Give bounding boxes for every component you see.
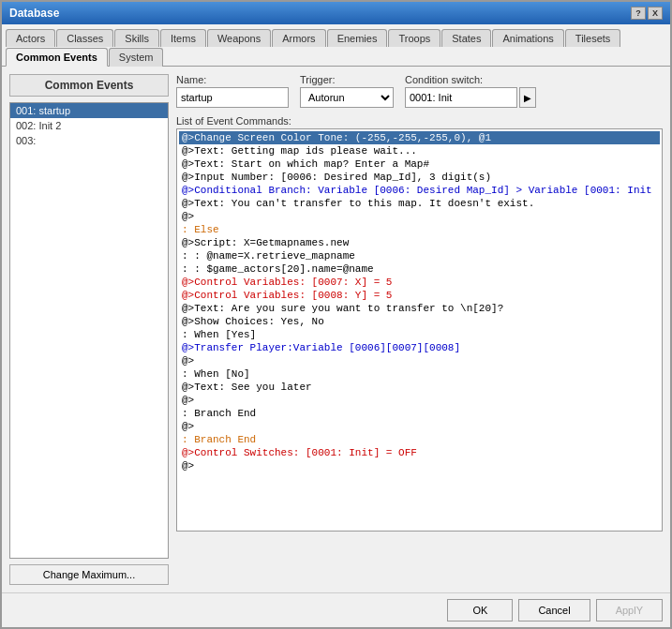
condition-switch-group: ▶ bbox=[405, 87, 536, 108]
form-row: Name: Trigger: NoneAutorunParallel Condi… bbox=[176, 74, 663, 108]
event-line[interactable]: @>Control Variables: [0007: X] = 5 bbox=[179, 276, 660, 289]
tab-tilesets[interactable]: Tilesets bbox=[565, 29, 621, 47]
event-line[interactable]: : When [No] bbox=[179, 367, 660, 381]
tab-weapons[interactable]: Weapons bbox=[207, 29, 271, 47]
tab-actors[interactable]: Actors bbox=[6, 29, 55, 47]
title-bar: Database ? X bbox=[2, 2, 670, 24]
event-line[interactable]: @> bbox=[179, 210, 660, 223]
event-line[interactable]: @> bbox=[179, 420, 660, 433]
cancel-button[interactable]: Cancel bbox=[518, 599, 590, 622]
event-list-label: List of Event Commands: bbox=[176, 115, 663, 127]
right-panel: Name: Trigger: NoneAutorunParallel Condi… bbox=[176, 74, 663, 585]
trigger-select[interactable]: NoneAutorunParallel bbox=[300, 87, 394, 108]
tabs-container: ActorsClassesSkillsItemsWeaponsArmorsEne… bbox=[2, 24, 670, 67]
event-line[interactable]: @>Text: Are you sure you want to transfe… bbox=[179, 302, 660, 315]
database-window: Database ? X ActorsClassesSkillsItemsWea… bbox=[0, 0, 672, 629]
list-item-003[interactable]: 003: bbox=[10, 133, 168, 148]
name-group: Name: bbox=[176, 74, 289, 108]
tab-troops[interactable]: Troops bbox=[388, 29, 441, 47]
condition-expand-button[interactable]: ▶ bbox=[519, 87, 536, 108]
event-line[interactable]: @>Control Switches: [0001: Init] = OFF bbox=[179, 446, 660, 459]
event-line[interactable]: @>Change Screen Color Tone: (-255,-255,-… bbox=[179, 131, 660, 144]
event-line[interactable]: @>Control Variables: [0008: Y] = 5 bbox=[179, 289, 660, 302]
name-label: Name: bbox=[176, 74, 289, 85]
tab-skills[interactable]: Skills bbox=[114, 29, 159, 47]
condition-group: Condition switch: ▶ bbox=[405, 74, 536, 108]
event-line[interactable]: @>Text: Start on which map? Enter a Map# bbox=[179, 157, 660, 171]
list-item-001[interactable]: 001: startup bbox=[10, 103, 168, 118]
event-line[interactable]: : Branch End bbox=[179, 407, 660, 420]
event-line[interactable]: @> bbox=[179, 354, 660, 367]
help-button[interactable]: ? bbox=[631, 7, 646, 20]
event-line[interactable]: @>Show Choices: Yes, No bbox=[179, 315, 660, 328]
tab-system[interactable]: System bbox=[109, 48, 164, 67]
change-maximum-button[interactable]: Change Maximum... bbox=[9, 564, 169, 585]
left-panel-title: Common Events bbox=[9, 74, 169, 97]
tab-common_events[interactable]: Common Events bbox=[6, 48, 108, 67]
event-list-section: List of Event Commands: @>Change Screen … bbox=[176, 115, 663, 532]
event-line[interactable]: : When [Yes] bbox=[179, 328, 660, 341]
trigger-group: Trigger: NoneAutorunParallel bbox=[300, 74, 394, 108]
title-bar-buttons: ? X bbox=[631, 7, 663, 20]
condition-input[interactable] bbox=[405, 87, 517, 108]
trigger-label: Trigger: bbox=[300, 74, 394, 85]
content-area: Common Events 001: startup002: Init 2003… bbox=[2, 67, 670, 592]
event-line[interactable]: : : @name=X.retrieve_mapname bbox=[179, 249, 660, 262]
bottom-bar: OK Cancel ApplY bbox=[2, 592, 670, 627]
event-line[interactable]: @>Conditional Branch: Variable [0006: De… bbox=[179, 184, 660, 197]
tab-enemies[interactable]: Enemies bbox=[327, 29, 388, 47]
tab-states[interactable]: States bbox=[441, 29, 491, 47]
event-line[interactable]: @>Script: X=Getmapnames.new bbox=[179, 236, 660, 249]
event-commands-list[interactable]: @>Change Screen Color Tone: (-255,-255,-… bbox=[176, 128, 663, 532]
event-line[interactable]: @>Text: Getting map ids please wait... bbox=[179, 144, 660, 157]
window-title: Database bbox=[9, 7, 59, 20]
event-line[interactable]: @>Text: You can't transfer to this map. … bbox=[179, 197, 660, 210]
event-line[interactable]: @>Input Number: [0006: Desired Map_Id], … bbox=[179, 171, 660, 184]
tab-animations[interactable]: Animations bbox=[492, 29, 563, 47]
event-line[interactable]: @>Transfer Player:Variable [0006][0007][… bbox=[179, 341, 660, 354]
list-item-002[interactable]: 002: Init 2 bbox=[10, 118, 168, 133]
tab-armors[interactable]: Armors bbox=[272, 29, 325, 47]
event-line[interactable]: : Else bbox=[179, 223, 660, 236]
event-line[interactable]: @> bbox=[179, 459, 660, 472]
tab-classes[interactable]: Classes bbox=[56, 29, 113, 47]
condition-label: Condition switch: bbox=[405, 74, 536, 85]
close-button[interactable]: X bbox=[648, 7, 663, 20]
common-events-list[interactable]: 001: startup002: Init 2003: bbox=[9, 102, 169, 559]
tab-items[interactable]: Items bbox=[160, 29, 206, 47]
event-line[interactable]: @>Text: See you later bbox=[179, 381, 660, 394]
apply-button[interactable]: ApplY bbox=[596, 599, 663, 622]
left-panel: Common Events 001: startup002: Init 2003… bbox=[9, 74, 169, 585]
event-line[interactable]: : : $game_actors[20].name=@name bbox=[179, 262, 660, 276]
name-input[interactable] bbox=[176, 87, 289, 108]
event-line[interactable]: : Branch End bbox=[179, 433, 660, 446]
ok-button[interactable]: OK bbox=[447, 599, 513, 622]
event-line[interactable]: @> bbox=[179, 394, 660, 407]
